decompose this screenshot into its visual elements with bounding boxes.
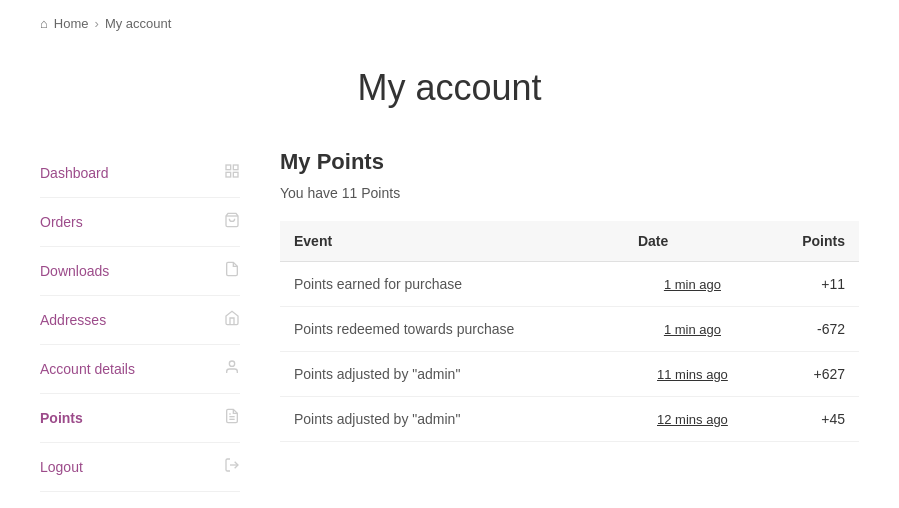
sidebar-item-logout[interactable]: Logout <box>40 443 240 492</box>
page-title: My account <box>40 67 859 109</box>
col-points: Points <box>761 221 859 262</box>
cell-date: 1 min ago <box>624 307 761 352</box>
breadcrumb: ⌂ Home › My account <box>0 0 899 47</box>
cell-event: Points adjusted by "admin" <box>280 397 624 442</box>
svg-rect-0 <box>226 165 231 170</box>
cell-points: +45 <box>761 397 859 442</box>
points-summary: You have 11 Points <box>280 185 859 201</box>
sidebar-item-downloads-label: Downloads <box>40 263 109 279</box>
breadcrumb-current: My account <box>105 16 171 31</box>
cell-points: +11 <box>761 262 859 307</box>
table-row: Points adjusted by "admin"11 mins ago+62… <box>280 352 859 397</box>
sidebar-item-downloads-icon <box>224 261 240 281</box>
sidebar-item-account-details-icon <box>224 359 240 379</box>
sidebar-item-orders-label: Orders <box>40 214 83 230</box>
sidebar-item-logout-icon <box>224 457 240 477</box>
date-link[interactable]: 1 min ago <box>664 322 721 337</box>
sidebar-item-downloads[interactable]: Downloads <box>40 247 240 296</box>
cell-points: +627 <box>761 352 859 397</box>
breadcrumb-separator: › <box>95 16 99 31</box>
sidebar-item-account-details[interactable]: Account details <box>40 345 240 394</box>
section-title: My Points <box>280 149 859 175</box>
table-row: Points earned for purchase1 min ago+11 <box>280 262 859 307</box>
date-link[interactable]: 1 min ago <box>664 277 721 292</box>
sidebar-item-points[interactable]: Points <box>40 394 240 443</box>
sidebar-item-account-details-label: Account details <box>40 361 135 377</box>
sidebar-item-points-icon <box>224 408 240 428</box>
sidebar-item-points-label: Points <box>40 410 83 426</box>
sidebar-item-dashboard[interactable]: Dashboard <box>40 149 240 198</box>
home-icon: ⌂ <box>40 16 48 31</box>
sidebar-item-dashboard-label: Dashboard <box>40 165 109 181</box>
svg-rect-1 <box>233 165 238 170</box>
sidebar: Dashboard Orders Downloads Addresses Acc… <box>40 149 240 492</box>
col-date: Date <box>624 221 761 262</box>
table-row: Points redeemed towards purchase1 min ag… <box>280 307 859 352</box>
cell-event: Points adjusted by "admin" <box>280 352 624 397</box>
svg-rect-2 <box>233 172 238 177</box>
date-link[interactable]: 11 mins ago <box>657 367 728 382</box>
col-event: Event <box>280 221 624 262</box>
cell-event: Points redeemed towards purchase <box>280 307 624 352</box>
svg-point-5 <box>229 361 234 366</box>
table-row: Points adjusted by "admin"12 mins ago+45 <box>280 397 859 442</box>
svg-rect-3 <box>226 172 231 177</box>
cell-date: 1 min ago <box>624 262 761 307</box>
cell-event: Points earned for purchase <box>280 262 624 307</box>
table-header-row: Event Date Points <box>280 221 859 262</box>
breadcrumb-home[interactable]: Home <box>54 16 89 31</box>
content-area: My Points You have 11 Points Event Date … <box>280 149 859 492</box>
sidebar-item-addresses[interactable]: Addresses <box>40 296 240 345</box>
cell-points: -672 <box>761 307 859 352</box>
cell-date: 12 mins ago <box>624 397 761 442</box>
page-title-section: My account <box>0 47 899 149</box>
date-link[interactable]: 12 mins ago <box>657 412 728 427</box>
sidebar-item-addresses-label: Addresses <box>40 312 106 328</box>
points-table: Event Date Points Points earned for purc… <box>280 221 859 442</box>
sidebar-item-orders[interactable]: Orders <box>40 198 240 247</box>
main-layout: Dashboard Orders Downloads Addresses Acc… <box>0 149 899 508</box>
sidebar-item-logout-label: Logout <box>40 459 83 475</box>
sidebar-item-addresses-icon <box>224 310 240 330</box>
cell-date: 11 mins ago <box>624 352 761 397</box>
sidebar-item-orders-icon <box>224 212 240 232</box>
sidebar-item-dashboard-icon <box>224 163 240 183</box>
